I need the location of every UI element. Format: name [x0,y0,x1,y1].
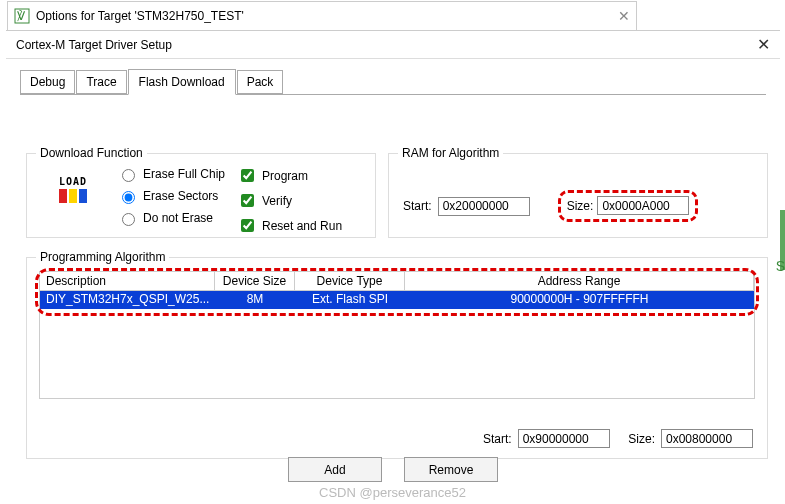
radio-do-not-erase[interactable]: Do not Erase [117,210,225,226]
titlebar: Cortex-M Target Driver Setup ✕ [6,31,780,59]
tab-flash-download[interactable]: Flash Download [128,69,236,95]
alg-size-label: Size: [628,432,655,446]
check-reset-run[interactable]: Reset and Run [237,216,342,235]
hdr-device-type[interactable]: Device Type [295,272,405,290]
algorithm-list-header: Description Device Size Device Type Addr… [39,271,755,291]
algorithm-row[interactable]: DIY_STM32H7x_QSPI_W25... 8M Ext. Flash S… [40,291,754,309]
tab-debug[interactable]: Debug [20,70,75,94]
load-icon: LOAD [51,176,95,203]
ram-size-highlight: Size: [558,190,699,222]
add-button[interactable]: Add [288,457,382,482]
ram-for-algorithm-group: RAM for Algorithm Start: Size: [388,146,768,238]
parent-window-title: Options for Target 'STM32H750_TEST' [36,9,244,23]
side-char: S [776,258,785,274]
alg-start-input[interactable] [518,429,610,448]
check-verify[interactable]: Verify [237,191,342,210]
algorithm-list[interactable]: DIY_STM32H7x_QSPI_W25... 8M Ext. Flash S… [39,291,755,399]
tab-trace[interactable]: Trace [76,70,126,94]
hdr-description[interactable]: Description [40,272,215,290]
radio-erase-full[interactable]: Erase Full Chip [117,166,225,182]
download-function-group: Download Function LOAD Erase Full Chip E… [26,146,376,238]
download-function-legend: Download Function [36,146,147,160]
prog-alg-legend: Programming Algorithm [36,250,169,264]
ram-start-input[interactable] [438,197,530,216]
dialog-window: Cortex-M Target Driver Setup ✕ Debug Tra… [6,30,780,504]
remove-button[interactable]: Remove [404,457,498,482]
alg-size-input[interactable] [661,429,753,448]
radio-erase-sectors[interactable]: Erase Sectors [117,188,225,204]
tab-pack[interactable]: Pack [237,70,284,94]
hdr-device-size[interactable]: Device Size [215,272,295,290]
close-icon[interactable]: ✕ [757,35,770,54]
parent-close-icon[interactable]: ✕ [618,8,630,24]
tab-strip: Debug Trace Flash Download Pack [20,70,780,94]
svg-text:℣: ℣ [17,9,26,23]
hdr-address-range[interactable]: Address Range [405,272,754,290]
ram-legend: RAM for Algorithm [398,146,503,160]
app-icon: ℣ [14,8,30,24]
ram-size-input[interactable] [597,196,689,215]
ram-size-label: Size: [567,199,594,213]
programming-algorithm-group: Programming Algorithm Description Device… [26,250,768,459]
dialog-title: Cortex-M Target Driver Setup [16,38,172,52]
parent-window-titlebar: ℣ Options for Target 'STM32H750_TEST' ✕ [7,1,637,31]
alg-start-label: Start: [483,432,512,446]
check-program[interactable]: Program [237,166,342,185]
ram-start-label: Start: [403,199,432,213]
